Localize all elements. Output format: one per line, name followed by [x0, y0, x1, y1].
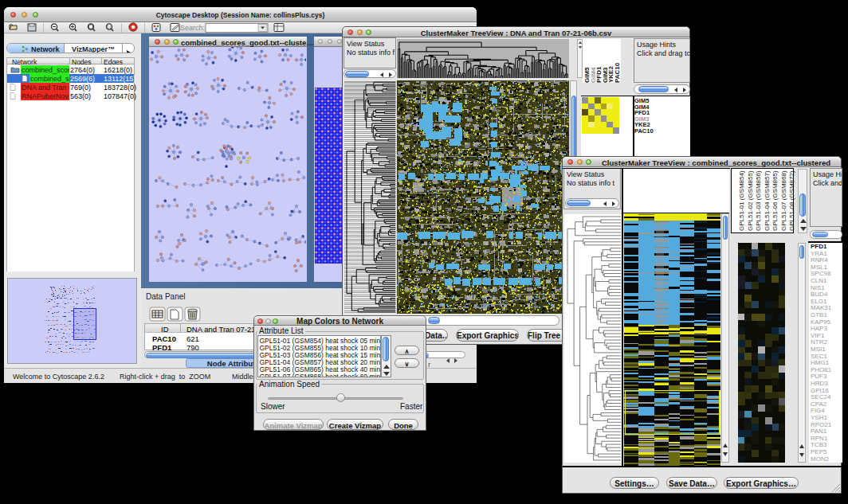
svg-text:Search:: Search:	[180, 24, 205, 32]
svg-text:1:1: 1:1	[107, 25, 112, 29]
